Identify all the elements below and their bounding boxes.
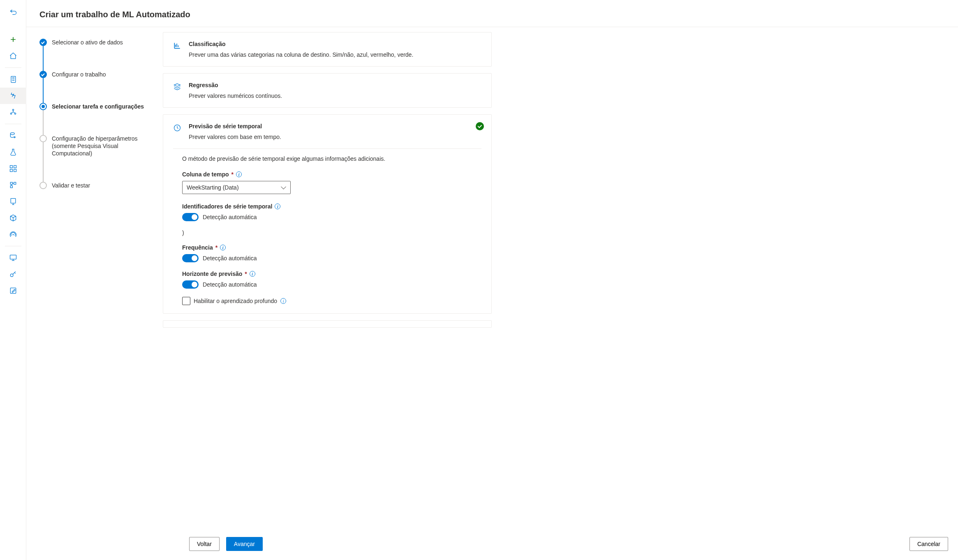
back-button[interactable]: Voltar bbox=[189, 537, 220, 551]
step-indicator-current-icon bbox=[39, 103, 47, 110]
task-title: Regressão bbox=[189, 82, 481, 88]
rail-pipelines[interactable] bbox=[0, 160, 26, 177]
task-desc: Prever uma das várias categorias na colu… bbox=[189, 51, 481, 58]
svg-point-15 bbox=[10, 274, 13, 277]
layers-icon bbox=[173, 83, 181, 91]
info-icon[interactable]: i bbox=[280, 298, 286, 304]
rail-data[interactable] bbox=[0, 127, 26, 144]
rail-home[interactable] bbox=[0, 48, 26, 64]
page-header: Criar um trabalho de ML Automatizado bbox=[26, 0, 958, 27]
timeseries-intro: O método de previsão de série temporal e… bbox=[182, 155, 481, 162]
clock-icon bbox=[173, 124, 181, 132]
time-column-dropdown[interactable]: WeekStarting (Data) bbox=[182, 181, 291, 194]
deep-learning-checkbox[interactable] bbox=[182, 297, 190, 305]
step-indicator-done-icon bbox=[39, 39, 47, 46]
info-icon[interactable]: i bbox=[250, 271, 255, 277]
toggle-label: Detecção automática bbox=[203, 281, 257, 288]
rail-key[interactable] bbox=[0, 266, 26, 282]
svg-rect-11 bbox=[10, 186, 12, 188]
svg-rect-6 bbox=[14, 166, 16, 168]
step-indicator-pending-icon bbox=[39, 135, 47, 142]
bar-chart-icon bbox=[173, 42, 181, 50]
toggle-label: Detecção automática bbox=[203, 214, 257, 220]
step-label[interactable]: Configuração de hiperparâmetros (somente… bbox=[52, 135, 145, 182]
svg-rect-0 bbox=[11, 76, 16, 83]
rail-edit[interactable] bbox=[0, 282, 26, 299]
info-icon[interactable]: i bbox=[275, 204, 280, 209]
time-column-label: Coluna de tempo * i bbox=[182, 171, 481, 178]
svg-rect-12 bbox=[11, 199, 16, 204]
deep-learning-label: Habilitar o aprendizado profundo bbox=[194, 298, 277, 304]
step-indicator-done-icon bbox=[39, 71, 47, 78]
next-section-placeholder bbox=[163, 320, 492, 328]
svg-point-1 bbox=[12, 109, 14, 111]
step-label[interactable]: Selecionar o ativo de dados bbox=[52, 39, 123, 71]
cancel-button[interactable]: Cancelar bbox=[909, 537, 948, 551]
step-label[interactable]: Validar e testar bbox=[52, 182, 90, 189]
toggle-label: Detecção automática bbox=[203, 255, 257, 261]
svg-rect-5 bbox=[10, 166, 12, 168]
rail-designer[interactable] bbox=[0, 104, 26, 120]
rail-back[interactable] bbox=[0, 5, 26, 21]
info-icon[interactable]: i bbox=[236, 171, 242, 177]
svg-point-13 bbox=[13, 234, 14, 235]
stray-text: ) bbox=[182, 229, 481, 236]
task-title: Previsão de série temporal bbox=[189, 123, 481, 130]
step-label[interactable]: Selecionar tarefa e configurações bbox=[52, 103, 144, 135]
info-icon[interactable]: i bbox=[220, 245, 226, 250]
horizon-toggle[interactable] bbox=[182, 280, 199, 289]
rail-jobs[interactable] bbox=[0, 177, 26, 193]
svg-rect-10 bbox=[14, 182, 16, 184]
svg-rect-8 bbox=[14, 169, 16, 172]
svg-point-4 bbox=[10, 133, 14, 135]
step-label[interactable]: Configurar o trabalho bbox=[52, 71, 106, 103]
rail-automl[interactable] bbox=[0, 88, 26, 104]
step-indicator-pending-icon bbox=[39, 182, 47, 189]
frequency-toggle[interactable] bbox=[182, 254, 199, 262]
task-desc: Prever valores numéricos contínuos. bbox=[189, 93, 481, 99]
rail-models[interactable] bbox=[0, 210, 26, 226]
next-button[interactable]: Avançar bbox=[226, 537, 263, 551]
svg-rect-7 bbox=[10, 169, 12, 172]
task-title: Classificação bbox=[189, 41, 481, 47]
task-card-classification[interactable]: Classificação Prever uma das várias cate… bbox=[163, 32, 492, 67]
frequency-label: Frequência * i bbox=[182, 244, 481, 251]
task-card-timeseries[interactable]: Previsão de série temporal Prever valore… bbox=[163, 114, 492, 314]
selected-check-icon bbox=[476, 122, 484, 130]
rail-monitor[interactable] bbox=[0, 250, 26, 266]
left-nav-rail bbox=[0, 0, 26, 560]
task-desc: Prever valores com base em tempo. bbox=[189, 134, 481, 140]
svg-rect-14 bbox=[10, 255, 16, 259]
rail-compute[interactable] bbox=[0, 193, 26, 210]
series-id-label: Identificadores de série temporal i bbox=[182, 203, 481, 210]
series-id-toggle[interactable] bbox=[182, 213, 199, 221]
horizon-label: Horizonte de previsão * i bbox=[182, 271, 481, 277]
content-area: Classificação Prever uma das várias cate… bbox=[153, 27, 958, 531]
rail-add[interactable] bbox=[0, 31, 26, 48]
page-title: Criar um trabalho de ML Automatizado bbox=[39, 10, 945, 19]
rail-notebooks[interactable] bbox=[0, 71, 26, 88]
svg-rect-9 bbox=[10, 182, 12, 184]
wizard-footer: Voltar Avançar Cancelar bbox=[26, 531, 958, 560]
wizard-stepper: Selecionar o ativo de dados Configurar o… bbox=[26, 27, 153, 531]
rail-experiments[interactable] bbox=[0, 144, 26, 160]
task-card-regression[interactable]: Regressão Prever valores numéricos contí… bbox=[163, 73, 492, 108]
rail-endpoints[interactable] bbox=[0, 226, 26, 243]
